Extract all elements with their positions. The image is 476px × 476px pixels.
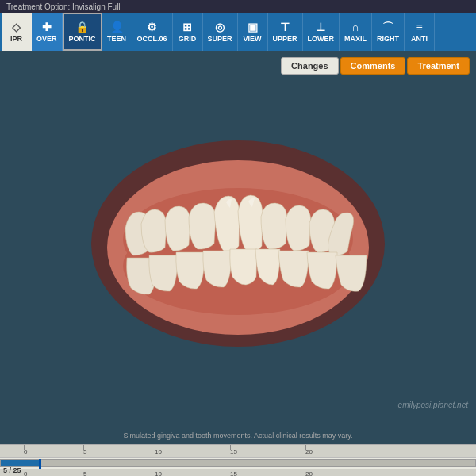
toolbar-lower[interactable]: ⊥ LOWER [303,13,340,51]
over-label: OVER [36,35,57,43]
ipr-label: IPR [10,35,22,43]
tab-changes[interactable]: Changes [281,57,338,75]
view-icon: ▣ [248,21,258,33]
toolbar-grid[interactable]: ⊞ GRID [173,13,203,51]
timeline-ruler-top: 0 5 10 15 20 [0,445,476,458]
toolbar-occl[interactable]: ⚙ OCCL.06 [132,13,173,51]
teen-icon: 👤 [110,21,124,33]
timeline-marker[interactable] [39,459,41,470]
timeline-ruler-bottom: 0 5 10 15 20 [0,469,476,476]
watermark: emilyposi.pianet.net [398,401,468,409]
toolbar-pontic[interactable]: 🔒 PONTIC [63,13,102,51]
lower-label: LOWER [308,35,335,43]
timeline-progress [1,460,39,466]
toolbar-teen[interactable]: 👤 TEEN [102,13,132,51]
upper-label: UPPER [273,35,298,43]
maxil-label: MAXIL [344,35,367,43]
teeth-viewer[interactable] [0,59,476,428]
teeth-3d-model [87,132,389,355]
right-label: RIGHT [377,35,399,43]
ipr-icon: ◇ [12,21,21,33]
right-icon: ⌒ [382,21,393,33]
toolbar-over[interactable]: ✚ OVER [32,13,63,51]
toolbar-view[interactable]: ▣ VIEW [238,13,268,51]
timeline-area[interactable]: 0 5 10 15 20 0 5 10 15 20 5 / 25 [0,444,476,476]
top-bar: Treatment Option: Invisalign Full [0,0,476,13]
lower-icon: ⊥ [316,21,325,33]
anti-label: ANTI [411,35,428,43]
timeline-track[interactable] [0,459,476,467]
toolbar-upper[interactable]: ⊤ UPPER [268,13,303,51]
pontic-icon: 🔒 [75,21,89,33]
teen-label: TEEN [107,35,126,43]
maxil-icon: ∩ [351,21,359,33]
step-counter: 5 / 25 [3,466,21,474]
toolbar-right[interactable]: ⌒ RIGHT [372,13,405,51]
super-icon: ◎ [215,21,225,33]
teeth-svg [87,132,389,355]
toolbar-super[interactable]: ◎ SUPER [203,13,238,51]
toolbar: ◇ IPR ✚ OVER 🔒 PONTIC 👤 TEEN ⚙ OCCL.06 ⊞… [0,13,476,51]
treatment-option-text: Treatment Option: Invisalign Full [6,2,121,11]
tab-treatment[interactable]: Treatment [407,57,470,75]
over-icon: ✚ [42,21,52,33]
grid-icon: ⊞ [182,21,192,33]
toolbar-ipr[interactable]: ◇ IPR [2,13,32,51]
grid-label: GRID [178,35,197,43]
upper-icon: ⊤ [280,21,290,33]
toolbar-maxil[interactable]: ∩ MAXIL [340,13,372,51]
tab-comments[interactable]: Comments [340,57,406,75]
occl-label: OCCL.06 [137,35,167,43]
anti-icon: ≡ [416,21,422,33]
super-label: SUPER [208,35,232,43]
main-content: Changes Comments Treatment [0,51,476,444]
disclaimer-text: Simulated gingiva and tooth movements. A… [0,428,476,444]
tabs-row: Changes Comments Treatment [281,57,470,75]
occl-icon: ⚙ [147,21,157,33]
pontic-label: PONTIC [69,35,96,43]
toolbar-anti[interactable]: ≡ ANTI [405,13,435,51]
view-label: VIEW [244,35,262,43]
